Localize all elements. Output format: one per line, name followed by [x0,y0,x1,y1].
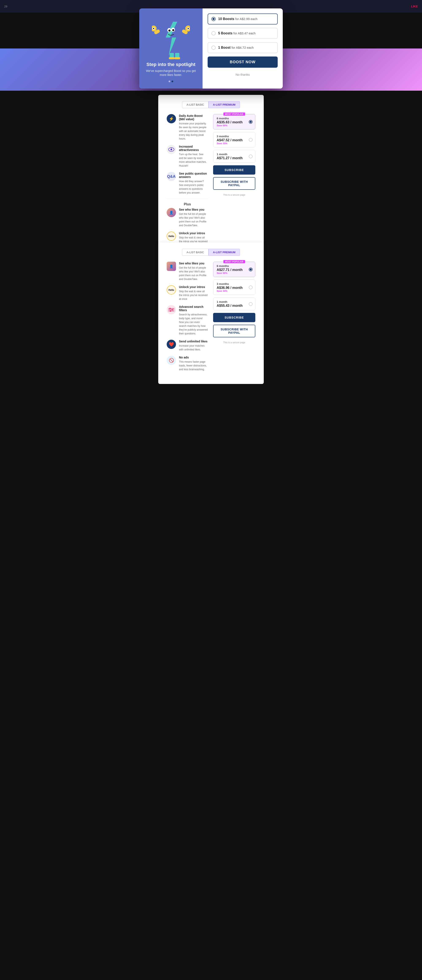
tab-basic-2[interactable]: A-LIST BASIC [182,249,208,256]
feature-boost-title: Daily Auto Boost ($60 value) [179,114,208,121]
price-1month-2-amount: A$55.43 / month [217,304,246,308]
feature-likes-2-content: See who likes you Get the full list of p… [179,262,208,281]
boost-option-10-text: 10 Boosts for A$2.99 each [218,17,257,21]
subscribe-button-2[interactable]: SUBSCRIBE [213,313,255,322]
price-6months-1[interactable]: MOST POPULAR 6 months A$35.63 / month Sa… [213,114,255,129]
features-column-2: 👤 See who likes you Get the full list of… [167,262,208,375]
price-radio-6months-1 [249,120,253,124]
boost-radio-1 [211,46,216,50]
svg-point-5 [153,28,154,29]
boost-price-1: for A$4.72 each [232,46,254,49]
feature-qa-title: See public question answers [179,172,208,178]
likes-icon-1: 👤 [167,208,176,217]
price-radio-3months-1 [249,138,253,142]
feature-questions: Q&A See public question answers How did … [167,172,208,195]
dot-1 [169,81,170,82]
price-3months-1-duration: 3 months [217,135,246,138]
feature-heart-2-content: Send unlimited likes Increase your match… [179,340,208,352]
boost-option-5[interactable]: 5 Boosts for A$3.47 each [208,28,278,39]
secure-text-1: This is a secure page [213,194,255,196]
feature-likes-1-desc: Get the full list of people who like you… [179,212,208,227]
price-radio-inner-6months-1 [249,121,252,123]
price-3months-2-info: 3 months A$36.96 / month Save 33% [217,282,252,292]
price-3months-2[interactable]: 3 months A$36.96 / month Save 33% [213,280,255,295]
content-grid-2: 👤 See who likes you Get the full list of… [167,262,255,375]
svg-point-12 [172,29,174,31]
feature-attract-title: Increased attractiveness [179,145,208,151]
price-3months-2-duration: 3 months [217,282,246,285]
modal-title: Step into the spotlight [146,62,195,67]
feature-noad-2-content: No ads This means faster page loads, few… [179,356,208,371]
modal-pagination-dots [169,81,173,82]
boost-price-5: for A$3.47 each [233,32,256,35]
feature-heart-2-title: Send unlimited likes [179,340,208,343]
feature-intros-1-title: Unlock your intros [179,232,208,235]
price-3months-1[interactable]: 3 months A$47.52 / month Save 33% [213,132,255,147]
svg-point-35 [170,310,171,312]
subscribe-button-1[interactable]: SUBSCRIBE [213,165,255,175]
price-1month-2-info: 1 month A$55.43 / month [217,300,252,308]
svg-point-32 [171,309,173,310]
feature-likes-2-desc: Get the full list of people who like you… [179,266,208,281]
feature-qa-content: See public question answers How did they… [179,172,208,195]
feature-intros-2-title: Unlock your intros [179,285,208,289]
feature-daily-boost: ⚡ Daily Auto Boost ($60 value) Increase … [167,114,208,141]
boost-option-1[interactable]: 1 Boost for A$4.72 each [208,42,278,53]
hello-icon-2: Hello [167,285,176,294]
boost-now-button[interactable]: Boost now [208,57,278,68]
most-popular-badge-2: MOST POPULAR [224,260,245,263]
feature-attract-desc: Turn up the heat. See and be seen by eve… [179,153,208,168]
price-6months-2-save: Save 50% [217,272,246,274]
feature-heart-2: ❤️ Send unlimited likes Increase your ma… [167,340,208,352]
feature-likes-2-title: See who likes you [179,262,208,265]
tab-premium-2[interactable]: A-LIST PREMIUM [208,249,240,256]
feature-likes-1: 👤 See who likes you Get the full list of… [167,208,208,227]
most-popular-badge-1: MOST POPULAR [224,113,245,116]
boost-icon: ⚡ [167,114,176,123]
feature-noad-2: 🚫 No ads This means faster page loads, f… [167,356,208,371]
price-1month-1[interactable]: 1 month A$71.27 / month [213,150,255,163]
boost-character-illustration [152,18,190,60]
boost-count-1: 1 Boost [218,46,231,49]
subscription-section-2: A-LIST BASIC A-LIST PREMIUM 👤 See who li… [158,242,264,384]
feature-search-2-title: Advanced search filters [179,305,208,312]
price-radio-1month-2 [249,302,253,306]
boost-option-10[interactable]: 10 Boosts for A$2.99 each [208,13,278,24]
price-1month-1-info: 1 month A$71.27 / month [217,153,252,160]
svg-point-7 [188,28,189,29]
price-6months-2-info: 6 months A$27.71 / month Save 50% [217,264,252,274]
boost-option-5-text: 5 Boosts for A$3.47 each [218,32,256,35]
tabs-1: A-LIST BASIC A-LIST PREMIUM [167,101,255,108]
price-3months-2-save: Save 33% [217,290,246,292]
feature-likes-2: 👤 See who likes you Get the full list of… [167,262,208,281]
feature-intros-2-desc: Skip the wait & view all the intros you'… [179,290,208,301]
tab-basic-1[interactable]: A-LIST BASIC [182,101,208,108]
modal-left-panel: Step into the spotlight We've supercharg… [139,8,203,89]
svg-point-18 [171,149,172,150]
price-radio-inner-6months-2 [249,269,252,270]
subscribe-paypal-button-1[interactable]: SUBSCRIBE WITH PAYPAL [213,177,255,190]
price-6months-2[interactable]: MOST POPULAR 6 months A$27.71 / month Sa… [213,262,255,277]
price-6months-1-duration: 6 months [217,117,246,120]
svg-marker-8 [166,22,177,56]
price-1month-2[interactable]: 1 month A$55.43 / month [213,298,255,310]
modal-subtitle: We've supercharged Boost so you get more… [144,69,198,77]
secure-text-2: This is a secure page [213,341,255,344]
no-thanks-button[interactable]: No thanks [208,71,278,78]
svg-point-29 [169,308,171,309]
price-3months-1-amount: A$47.52 / month [217,138,246,142]
price-6months-1-amount: A$35.63 / month [217,120,246,124]
svg-point-11 [168,30,171,32]
boost-radio-5 [211,31,216,35]
features-list-2: 👤 See who likes you Get the full list of… [167,262,208,371]
price-3months-1-info: 3 months A$47.52 / month Save 33% [217,135,252,145]
tab-premium-1[interactable]: A-LIST PREMIUM [208,101,240,108]
premium-features-list-1: ⚡ Daily Auto Boost ($60 value) Increase … [167,114,208,195]
price-6months-2-duration: 6 months [217,264,246,267]
modal-container: Step into the spotlight We've supercharg… [139,8,283,89]
likes-icon-2: 👤 [167,262,176,271]
price-radio-3months-2 [249,285,253,289]
price-1month-2-duration: 1 month [217,300,246,304]
subscribe-paypal-button-2[interactable]: SUBSCRIBE WITH PAYPAL [213,325,255,337]
feature-search-2-content: Advanced search filters Search by attrac… [179,305,208,336]
